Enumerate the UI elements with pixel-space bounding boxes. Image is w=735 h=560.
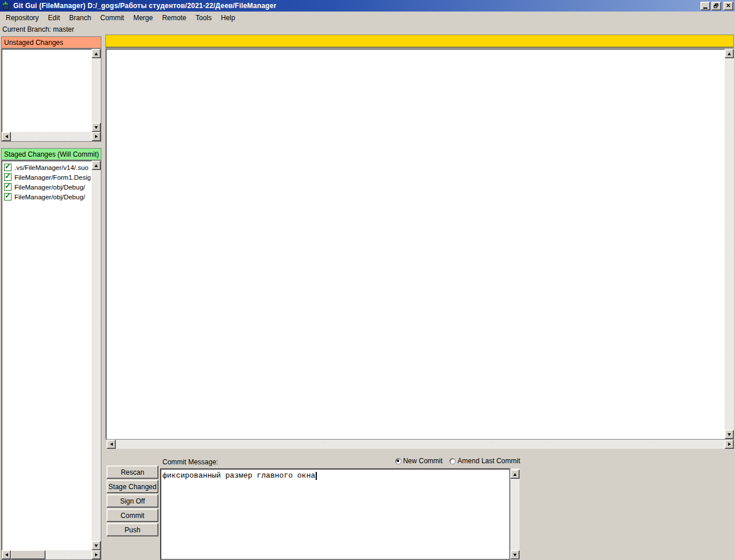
menu-repository[interactable]: Repository [1,13,43,23]
text-caret [316,472,317,480]
restore-icon [714,3,719,8]
close-button[interactable]: ✕ [723,2,733,10]
new-commit-radio-label[interactable]: New Commit [403,457,443,465]
staged-checkmark-icon[interactable] [4,193,12,200]
arrow-right-icon [95,135,98,138]
staged-scroll-left-button[interactable] [2,550,11,559]
message-scroll-up-button[interactable] [510,470,520,479]
menubar: Repository Edit Branch Commit Merge Remo… [0,12,735,24]
diff-hscroll-track[interactable] [116,440,725,449]
arrow-down-icon [513,554,517,557]
arrow-down-icon [728,433,731,436]
staged-scroll-right-button[interactable] [92,550,101,559]
diff-scroll-down-button[interactable] [725,430,734,439]
menu-branch[interactable]: Branch [65,13,96,23]
staged-file-name[interactable]: .vs/FileManager/v14/.suo [14,164,88,171]
commit-button[interactable]: Commit [107,509,158,522]
staged-file-list: .vs/FileManager/v14/.suo FileManager/For… [1,160,101,560]
unstaged-hscroll-track[interactable] [11,132,92,141]
commit-type-radios: New Commit Amend Last Commit [323,457,520,465]
rescan-button[interactable]: Rescan [107,466,158,479]
commit-message-input[interactable]: фиксированный размер главного окна [160,468,510,560]
unstaged-file-list [1,48,101,142]
arrow-left-icon [110,442,113,446]
diff-hscrollbar [105,440,734,449]
unstaged-scroll-down-button[interactable] [92,123,101,132]
commit-message-label: Commit Message: [162,458,218,466]
staged-file-row[interactable]: FileManager/obj/Debug/ [3,192,90,202]
staged-scroll-down-button[interactable] [92,541,101,550]
minimize-button[interactable] [700,2,710,10]
arrow-right-icon [95,553,98,557]
diff-scroll-right-button[interactable] [725,440,734,449]
radio-selected-icon[interactable] [395,458,401,464]
commit-message-text: фиксированный размер главного окна [162,471,315,480]
staged-checkmark-icon[interactable] [4,164,12,171]
menu-commit[interactable]: Commit [96,13,128,23]
staged-checkmark-icon[interactable] [4,173,12,181]
amend-last-commit-radio-label[interactable]: Amend Last Commit [457,457,520,465]
commit-message-vscrollbar [510,468,520,560]
current-branch-label: Current Branch: master [2,25,74,33]
staged-files: .vs/FileManager/v14/.suo FileManager/For… [3,162,90,549]
diff-file-header-bar [105,35,734,48]
push-button[interactable]: Push [107,523,158,536]
staged-file-row[interactable]: FileManager/Form1.Designer [3,172,90,182]
window-title: Git Gui (FileManager) D:/_gogs/Работы ст… [13,2,276,10]
message-vscroll-track[interactable] [510,468,520,560]
new-commit-radio[interactable]: New Commit [395,457,443,465]
arrow-up-icon [94,52,98,55]
staged-file-row[interactable]: FileManager/obj/Debug/ [3,182,90,192]
unstaged-scroll-left-button[interactable] [2,132,11,141]
arrow-up-icon [94,164,98,167]
staged-hscroll-thumb[interactable] [11,550,46,559]
titlebar: Git Gui (FileManager) D:/_gogs/Работы ст… [0,0,735,12]
unstaged-scroll-up-button[interactable] [92,49,101,58]
sign-off-button[interactable]: Sign Off [107,494,158,508]
arrow-left-icon [5,135,8,138]
stage-changed-button[interactable]: Stage Changed [107,480,158,493]
arrow-left-icon [5,553,8,557]
arrow-down-icon [94,544,98,547]
arrow-up-icon [513,473,517,476]
staged-file-name[interactable]: FileManager/Form1.Designer [14,174,90,181]
close-icon: ✕ [726,3,730,9]
menu-remote[interactable]: Remote [157,13,191,23]
git-gui-app-icon [2,2,10,10]
staged-changes-header: Staged Changes (Will Commit) [1,148,101,160]
staged-file-row[interactable]: .vs/FileManager/v14/.suo [3,162,90,172]
diff-scroll-up-button[interactable] [725,49,734,58]
minimize-icon [703,7,707,9]
staged-vscroll-track[interactable] [92,170,101,541]
arrow-right-icon [728,442,731,446]
amend-last-commit-radio[interactable]: Amend Last Commit [449,457,520,465]
window-controls: ✕ [699,2,733,10]
restore-button[interactable] [711,2,721,10]
menu-edit[interactable]: Edit [43,13,65,23]
unstaged-scroll-right-button[interactable] [92,132,101,141]
unstaged-changes-header: Unstaged Changes [1,36,101,48]
diff-scroll-left-button[interactable] [107,440,116,449]
diff-vscroll-track[interactable] [725,58,734,430]
unstaged-vscroll-track[interactable] [92,58,101,123]
git-gui-window: Git Gui (FileManager) D:/_gogs/Работы ст… [0,0,735,560]
radio-unselected-icon[interactable] [449,458,456,464]
staged-file-name[interactable]: FileManager/obj/Debug/ [14,184,85,191]
staged-checkmark-icon[interactable] [4,183,12,191]
message-scroll-down-button[interactable] [510,550,520,559]
staged-file-name[interactable]: FileManager/obj/Debug/ [14,194,85,200]
menu-help[interactable]: Help [216,13,240,23]
diff-view [105,48,734,440]
staged-scroll-up-button[interactable] [92,161,101,170]
arrow-down-icon [94,126,98,129]
menu-tools[interactable]: Tools [191,13,216,23]
menu-merge[interactable]: Merge [128,13,157,23]
arrow-up-icon [728,52,731,55]
